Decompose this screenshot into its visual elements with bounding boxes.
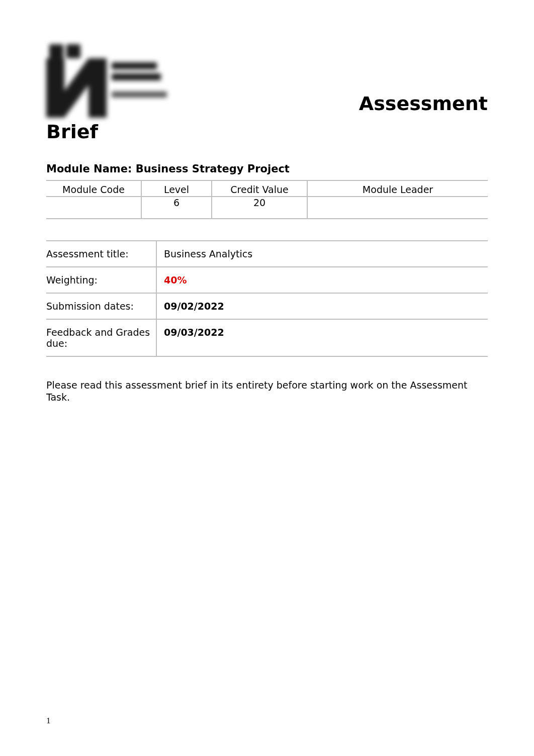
module-name-heading: Module Name: Business Strategy Project: [46, 163, 488, 175]
value-level: 6: [142, 197, 212, 219]
value-module-leader: [308, 197, 488, 219]
value-feedback-due: 09/03/2022: [164, 327, 224, 338]
module-info-table: Module Code Level Credit Value Module Le…: [46, 180, 488, 219]
table-row: Weighting: 40%: [46, 267, 488, 294]
value-submission-dates: 09/02/2022: [164, 301, 224, 312]
header-module-code: Module Code: [46, 180, 142, 197]
label-feedback-due: Feedback and Grades due:: [46, 320, 157, 357]
value-credit-value: 20: [212, 197, 308, 219]
label-assessment-title: Assessment title:: [46, 240, 157, 267]
header-level: Level: [142, 180, 212, 197]
label-weighting: Weighting:: [46, 267, 157, 294]
title-line-1: Assessment: [167, 92, 488, 119]
value-weighting: 40%: [164, 274, 187, 286]
table-row: Feedback and Grades due: 09/03/2022: [46, 320, 488, 357]
title-line-2: Brief: [46, 121, 488, 143]
table-row: Submission dates: 09/02/2022: [46, 294, 488, 320]
instruction-note: Please read this assessment brief in its…: [46, 379, 488, 404]
university-logo: [46, 44, 167, 119]
header-credit-value: Credit Value: [212, 180, 308, 197]
label-submission-dates: Submission dates:: [46, 294, 157, 320]
value-module-code: [46, 197, 142, 219]
page-number: 1: [46, 716, 51, 726]
assessment-details-table: Assessment title: Business Analytics Wei…: [46, 240, 488, 357]
header-module-leader: Module Leader: [308, 180, 488, 197]
value-assessment-title: Business Analytics: [157, 240, 488, 267]
table-row: Assessment title: Business Analytics: [46, 240, 488, 267]
